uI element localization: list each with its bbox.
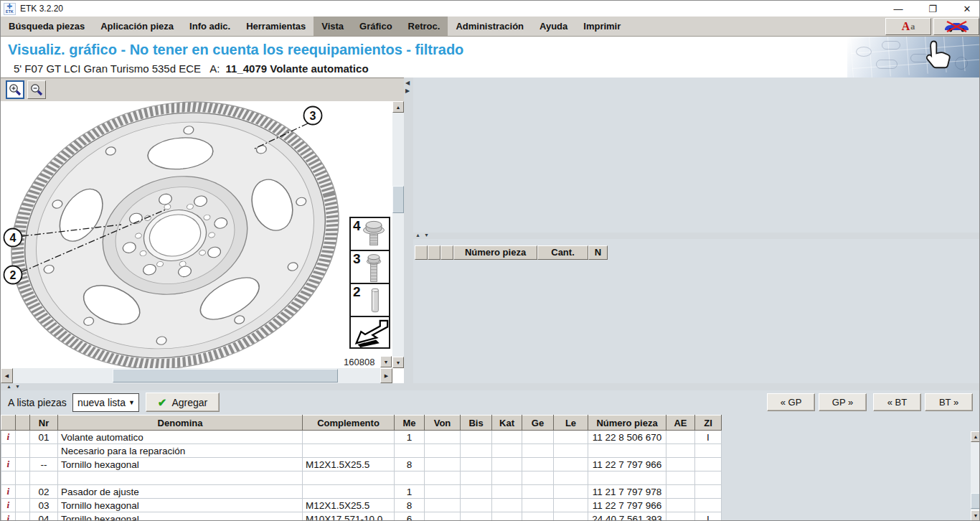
- zoom-in-button[interactable]: [6, 80, 24, 99]
- minimize-button[interactable]: —: [890, 4, 906, 14]
- drawing-number: 160808: [344, 357, 374, 367]
- menu-info-adic[interactable]: Info adic.: [182, 17, 238, 36]
- font-size-icon-small: a: [910, 22, 915, 32]
- table-row[interactable]: [1, 471, 722, 485]
- table-row[interactable]: Necesario para la reparación: [1, 444, 722, 458]
- cell-kat: [492, 431, 522, 444]
- col-kat: Kat: [492, 416, 522, 431]
- legend-continue-arrow[interactable]: [349, 316, 390, 349]
- menu-imprimir[interactable]: Imprimir: [575, 17, 628, 36]
- info-icon[interactable]: i: [1, 458, 16, 471]
- menu-ayuda[interactable]: Ayuda: [532, 17, 575, 36]
- cell-denomina: Tornillo hexagonal: [58, 499, 303, 512]
- cell-ae: [666, 444, 695, 458]
- scroll-up-button[interactable]: ▲: [392, 101, 404, 113]
- quick-col-empty: [415, 245, 428, 260]
- table-row[interactable]: i 04 Tornillo hexagonal M10X17 571-10.0 …: [1, 512, 722, 521]
- legend-item-4[interactable]: 4: [349, 217, 390, 251]
- parts-table-scrollbar[interactable]: ▲ ▼: [971, 431, 980, 521]
- menu-grafico[interactable]: Gráfico: [352, 17, 400, 36]
- cell-zi: [695, 471, 722, 485]
- gp-forward-button[interactable]: GP »: [819, 393, 867, 411]
- list-select[interactable]: nueva lista ▼: [72, 393, 139, 412]
- menu-herramientas[interactable]: Herramientas: [238, 17, 314, 36]
- graphic-toolbar: [1, 78, 404, 101]
- select-cell: [16, 499, 30, 512]
- expand-down-icon[interactable]: ▼: [424, 233, 429, 238]
- bt-back-button[interactable]: « BT: [873, 393, 921, 411]
- scroll-left-button[interactable]: ◀: [1, 368, 13, 383]
- drawing-number-dropdown[interactable]: ▼: [380, 356, 392, 367]
- table-row[interactable]: i 01 Volante automatico 1 11 22 8 506 67…: [1, 431, 722, 444]
- list-select-value: nueva lista: [77, 397, 128, 408]
- etk-window: ✛ ETK ETK 3.2.20 — ❐ ✕ Búsqueda piezas A…: [0, 0, 980, 521]
- table-scroll-thumb[interactable]: [971, 493, 980, 509]
- horizontal-splitter[interactable]: ▲ ▼: [1, 383, 980, 390]
- hscroll-thumb[interactable]: [113, 369, 338, 382]
- table-row[interactable]: i 03 Tornillo hexagonal M12X1.5X25.5 8 1…: [1, 499, 722, 512]
- cell-ae: [666, 485, 695, 499]
- detail-panel: ▲ ▼ Número pieza Cant. N: [413, 78, 980, 383]
- bt-forward-button[interactable]: BT »: [925, 393, 973, 411]
- cell-bis: [461, 499, 492, 512]
- vehicle-context: 5' F07 GT LCI Gran Turismo 535d ECE A: 1…: [14, 62, 369, 75]
- cell-ge: [522, 485, 554, 499]
- menu-busqueda-piezas[interactable]: Búsqueda piezas: [1, 17, 93, 36]
- scroll-down-button[interactable]: ▼: [392, 357, 404, 368]
- menu-vista[interactable]: Vista: [314, 17, 352, 36]
- cell-nr: [30, 471, 58, 485]
- scroll-down-button[interactable]: ▼: [971, 510, 980, 521]
- collapse-up-icon[interactable]: ▲: [6, 384, 11, 389]
- parts-table: Nr Denomina Complemento Me Von Bis Kat G…: [1, 415, 722, 521]
- cell-numero: 11 22 8 506 670: [588, 431, 666, 444]
- cell-complemento: [303, 471, 395, 485]
- col-ae: AE: [666, 416, 695, 431]
- callout-2[interactable]: 2: [4, 266, 22, 284]
- table-row[interactable]: i 02 Pasador de ajuste 1 11 21 7 797 978: [1, 485, 722, 499]
- detail-splitter[interactable]: ▲ ▼: [413, 233, 980, 239]
- menu-aplicacion-pieza[interactable]: Aplicación pieza: [93, 17, 182, 36]
- callout-4[interactable]: 4: [4, 229, 22, 247]
- info-icon[interactable]: i: [1, 431, 16, 444]
- cell-bis: [461, 444, 492, 458]
- expand-down-icon[interactable]: ▼: [15, 384, 20, 389]
- zoom-out-button[interactable]: [27, 80, 46, 99]
- table-row[interactable]: i -- Tornillo hexagonal M12X1.5X25.5 8 1…: [1, 458, 722, 471]
- font-size-button[interactable]: A a: [885, 18, 931, 35]
- menu-retroc[interactable]: Retroc.: [400, 17, 448, 36]
- scroll-right-button[interactable]: ▶: [380, 368, 392, 383]
- callout-3[interactable]: 3: [304, 107, 322, 125]
- cell-complemento: [303, 485, 395, 499]
- collapse-up-icon[interactable]: ▲: [415, 233, 420, 238]
- info-icon[interactable]: i: [1, 512, 16, 521]
- info-icon[interactable]: i: [1, 485, 16, 499]
- cell-bis: [461, 485, 492, 499]
- add-button-label: Agregar: [171, 397, 207, 408]
- cell-le: [554, 431, 588, 444]
- etk-icon-cross: ✛: [7, 4, 13, 9]
- graphic-vscrollbar[interactable]: ▲ ▼: [392, 101, 404, 368]
- scroll-up-button[interactable]: ▲: [971, 431, 980, 442]
- vertical-splitter[interactable]: ◀ ▶: [404, 78, 413, 383]
- cell-me: [395, 471, 425, 485]
- restore-button[interactable]: ❐: [925, 4, 941, 14]
- legend-item-3[interactable]: 3: [349, 250, 390, 284]
- quick-table-header: Número pieza Cant. N: [415, 245, 608, 260]
- expand-right-icon[interactable]: ▶: [405, 88, 410, 94]
- add-button[interactable]: ✔ Agregar: [146, 393, 220, 412]
- cell-zi: I: [695, 512, 722, 521]
- gp-back-button[interactable]: « GP: [767, 393, 815, 411]
- hand-cursor-icon: [925, 39, 953, 74]
- vscroll-thumb[interactable]: [392, 186, 404, 213]
- legend-item-2[interactable]: 2: [349, 283, 390, 317]
- deco-sketch: [882, 41, 900, 50]
- cell-le: [554, 471, 588, 485]
- graphic-hscrollbar[interactable]: ◀ ▶: [1, 368, 392, 383]
- cell-nr: --: [30, 458, 58, 471]
- cell-ge: [522, 499, 554, 512]
- close-button[interactable]: ✕: [959, 4, 975, 14]
- info-icon[interactable]: i: [1, 499, 16, 512]
- hide-vehicle-button[interactable]: [933, 18, 979, 35]
- menu-administracion[interactable]: Administración: [448, 17, 532, 36]
- collapse-left-icon[interactable]: ◀: [405, 80, 410, 86]
